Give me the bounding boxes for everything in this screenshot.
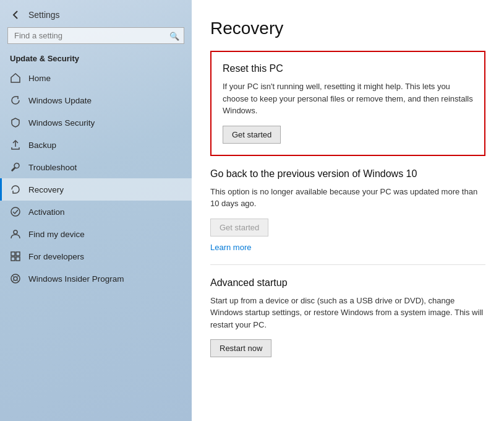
sidebar-item-label: Windows Security bbox=[28, 118, 95, 128]
check-circle-icon bbox=[10, 206, 21, 217]
sidebar-item-backup[interactable]: Backup bbox=[0, 134, 192, 156]
sidebar-item-label: Find my device bbox=[28, 230, 85, 239]
svg-point-1 bbox=[14, 230, 17, 234]
upload-icon bbox=[10, 139, 21, 150]
insider-icon bbox=[10, 273, 21, 284]
svg-rect-3 bbox=[16, 252, 20, 256]
search-box[interactable]: 🔍 bbox=[7, 27, 184, 44]
sidebar-item-label: Home bbox=[28, 74, 51, 83]
back-button[interactable] bbox=[10, 9, 22, 21]
svg-rect-5 bbox=[16, 257, 20, 261]
sidebar-item-label: Activation bbox=[28, 207, 65, 217]
sidebar-item-label: Backup bbox=[28, 141, 56, 150]
main-content: Recovery Reset this PC If your PC isn't … bbox=[192, 0, 504, 421]
sidebar-item-windows-insider[interactable]: Windows Insider Program bbox=[0, 267, 192, 290]
sidebar-item-label: Recovery bbox=[28, 185, 64, 194]
sidebar-item-recovery[interactable]: Recovery bbox=[0, 178, 192, 201]
sidebar-item-activation[interactable]: Activation bbox=[0, 201, 192, 223]
restart-now-button[interactable]: Restart now bbox=[210, 339, 271, 357]
sidebar-item-label: Windows Update bbox=[28, 96, 92, 105]
advanced-startup-section: Advanced startup Start up from a device … bbox=[210, 277, 485, 358]
go-back-description: This option is no longer available becau… bbox=[210, 186, 485, 210]
sidebar-item-label: For developers bbox=[28, 252, 84, 261]
svg-rect-4 bbox=[11, 257, 15, 261]
page-title: Recovery bbox=[210, 19, 485, 38]
section-divider bbox=[210, 264, 485, 265]
sidebar-item-label: Troubleshoot bbox=[28, 163, 77, 172]
sidebar-item-for-developers[interactable]: For developers bbox=[0, 245, 192, 267]
reset-pc-heading: Reset this PC bbox=[223, 63, 473, 74]
learn-more-link[interactable]: Learn more bbox=[210, 243, 251, 252]
sidebar-header: Settings bbox=[0, 0, 192, 27]
sidebar-item-troubleshoot[interactable]: Troubleshoot bbox=[0, 156, 192, 178]
section-title: Update & Security bbox=[0, 50, 192, 67]
svg-point-0 bbox=[11, 207, 20, 216]
go-back-heading: Go back to the previous version of Windo… bbox=[210, 168, 485, 180]
search-input[interactable] bbox=[7, 27, 184, 44]
home-icon bbox=[10, 72, 21, 84]
refresh-icon bbox=[10, 95, 21, 106]
sidebar-item-find-my-device[interactable]: Find my device bbox=[0, 223, 192, 245]
go-back-section: Go back to the previous version of Windo… bbox=[210, 168, 485, 252]
svg-rect-2 bbox=[11, 252, 15, 256]
sidebar-title: Settings bbox=[28, 10, 60, 20]
grid-icon bbox=[10, 251, 21, 262]
sidebar-item-home[interactable]: Home bbox=[0, 67, 192, 89]
sidebar-item-label: Windows Insider Program bbox=[28, 274, 124, 284]
advanced-startup-heading: Advanced startup bbox=[210, 277, 485, 289]
recovery-icon bbox=[10, 184, 21, 195]
reset-pc-get-started-button[interactable]: Get started bbox=[223, 126, 281, 144]
sidebar: Settings 🔍 Update & Security Home Window… bbox=[0, 0, 192, 421]
person-icon bbox=[10, 228, 21, 240]
wrench-icon bbox=[10, 162, 21, 173]
search-icon: 🔍 bbox=[169, 31, 179, 40]
go-back-get-started-button[interactable]: Get started bbox=[210, 219, 268, 237]
shield-icon bbox=[10, 117, 21, 128]
advanced-startup-description: Start up from a device or disc (such as … bbox=[210, 295, 485, 331]
reset-pc-section: Reset this PC If your PC isn't running w… bbox=[210, 51, 485, 156]
sidebar-item-windows-update[interactable]: Windows Update bbox=[0, 89, 192, 111]
reset-pc-description: If your PC isn't running well, resetting… bbox=[223, 80, 473, 117]
sidebar-item-windows-security[interactable]: Windows Security bbox=[0, 111, 192, 134]
